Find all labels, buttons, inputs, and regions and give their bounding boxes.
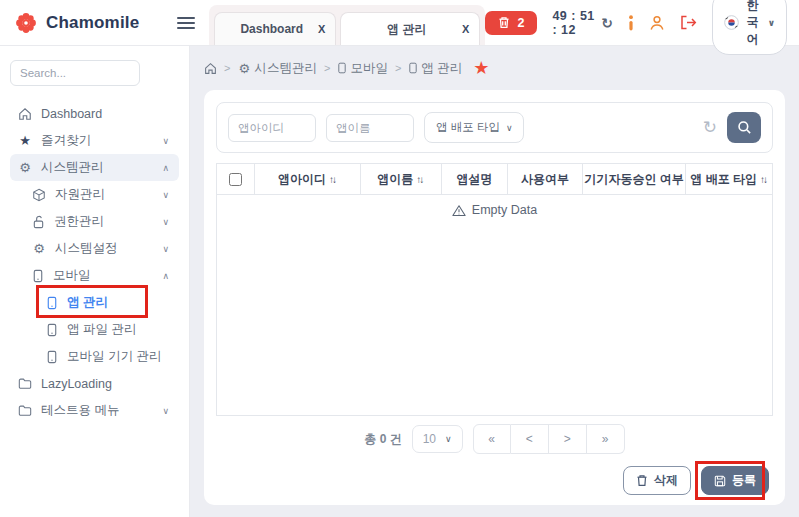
- breadcrumb-label: 시스템관리: [254, 60, 317, 77]
- sidebar-item-dashboard[interactable]: Dashboard: [10, 100, 179, 127]
- tab-close-icon[interactable]: X: [318, 23, 325, 35]
- tab-label: 앱 관리: [351, 21, 462, 38]
- breadcrumb-label: 모바일: [350, 60, 388, 77]
- register-label: 등록: [732, 472, 756, 489]
- prev-page-button[interactable]: <: [511, 424, 549, 454]
- select-all-cell: [217, 164, 255, 194]
- timer-refresh-icon[interactable]: ↻: [601, 15, 613, 31]
- sidebar-item-label: 자원관리: [55, 186, 105, 203]
- chamomile-flower-icon: [14, 11, 38, 35]
- sidebar-item-label: 테스트용 메뉴: [41, 402, 119, 419]
- tab-dashboard[interactable]: Dashboard X: [214, 12, 336, 45]
- breadcrumb-home-icon[interactable]: [204, 62, 217, 75]
- deploy-type-select[interactable]: 앱 배포 타입 ∨: [424, 112, 524, 143]
- breadcrumb-separator: >: [224, 62, 230, 74]
- breadcrumb-separator: >: [395, 62, 401, 74]
- brand-logo[interactable]: Chamomile: [14, 11, 139, 35]
- chevron-down-icon: ∨: [768, 18, 775, 28]
- sidebar-item-label: 모바일 기기 관리: [67, 348, 161, 365]
- sidebar-item-system-management[interactable]: ⚙ 시스템관리 ∧: [10, 154, 179, 181]
- column-device-auto-approval: 기기자동승인 여부: [583, 164, 686, 194]
- sidebar-item-label: LazyLoading: [41, 377, 112, 391]
- breadcrumb-system-management[interactable]: ⚙ 시스템관리: [237, 60, 317, 77]
- chevron-up-icon: ∧: [162, 163, 169, 173]
- empty-text: Empty Data: [472, 203, 537, 217]
- column-label: 사용여부: [521, 171, 569, 188]
- sidebar-item-resource-management[interactable]: 자원관리 ∨: [24, 181, 179, 208]
- sidebar-item-label: 시스템관리: [41, 159, 104, 176]
- table-header-row: 앱아이디 ↑↓ 앱이름 ↑↓ 앱설명 사용여부 기기자동승인 여부 앱 배포 타: [216, 163, 773, 195]
- sidebar-item-favorites[interactable]: ★ 즐겨찾기 ∨: [10, 127, 179, 154]
- column-label: 앱이름: [377, 171, 413, 188]
- select-all-checkbox[interactable]: [229, 173, 242, 186]
- warning-triangle-icon: [452, 204, 466, 217]
- mobile-phone-icon: [46, 350, 58, 364]
- sidebar-item-label: 앱 파일 관리: [67, 321, 136, 338]
- tab-app-management[interactable]: 앱 관리 X: [340, 12, 480, 45]
- sidebar-item-permission-management[interactable]: 권한관리 ∨: [24, 208, 179, 235]
- empty-state: Empty Data: [452, 203, 537, 217]
- sidebar-item-app-file-management[interactable]: 앱 파일 관리: [38, 316, 179, 343]
- sidebar-item-mobile[interactable]: 모바일 ∧: [24, 262, 179, 289]
- gear-icon: ⚙: [32, 241, 46, 256]
- user-profile-icon[interactable]: [649, 15, 665, 31]
- sidebar-item-system-settings[interactable]: ⚙ 시스템설정 ∨: [24, 235, 179, 262]
- sidebar-item-lazyloading[interactable]: LazyLoading: [10, 370, 179, 397]
- info-icon[interactable]: [628, 15, 634, 31]
- sidebar-item-test-menu[interactable]: 테스트용 메뉴 ∨: [10, 397, 179, 424]
- sidebar-toggle-hamburger-icon[interactable]: [177, 17, 195, 29]
- action-footer: 삭제 등록: [216, 466, 773, 495]
- breadcrumb-mobile[interactable]: 모바일: [337, 60, 388, 77]
- sidebar-item-label: 권한관리: [54, 213, 104, 230]
- column-label: 앱설명: [456, 171, 492, 188]
- language-selector[interactable]: 한국어 ∨: [712, 0, 787, 55]
- column-app-id[interactable]: 앱아이디 ↑↓: [255, 164, 361, 194]
- deploy-type-label: 앱 배포 타입: [436, 120, 500, 135]
- sidebar-item-mobile-device-management[interactable]: 모바일 기기 관리: [38, 343, 179, 370]
- column-label: 기기자동승인 여부: [585, 171, 684, 188]
- search-button[interactable]: [727, 112, 761, 143]
- brand-name: Chamomile: [46, 13, 139, 33]
- gear-icon: ⚙: [18, 160, 32, 175]
- column-deploy-type[interactable]: 앱 배포 타입 ↑↓: [686, 164, 772, 194]
- sort-icon[interactable]: ↑↓: [329, 174, 337, 185]
- breadcrumb-app-management[interactable]: 앱 관리: [408, 60, 462, 77]
- content-card: 앱 배포 타입 ∨ ↻ 앱아이디 ↑↓: [204, 90, 785, 505]
- mobile-phone-icon: [46, 296, 58, 310]
- last-page-button[interactable]: »: [587, 424, 625, 454]
- tab-label: Dashboard: [225, 22, 318, 36]
- star-icon: ★: [18, 133, 32, 148]
- chevron-down-icon: ∨: [162, 244, 169, 254]
- trash-count: 2: [517, 16, 524, 30]
- first-page-button[interactable]: «: [473, 424, 511, 454]
- mobile-phone-icon: [46, 323, 58, 337]
- app-name-filter-input[interactable]: [326, 114, 414, 142]
- next-page-button[interactable]: >: [549, 424, 587, 454]
- korea-flag-icon: [724, 15, 739, 30]
- reset-filters-icon[interactable]: ↻: [703, 117, 717, 138]
- column-app-name[interactable]: 앱이름 ↑↓: [361, 164, 442, 194]
- register-button[interactable]: 등록: [701, 466, 769, 495]
- breadcrumb-separator: >: [324, 62, 330, 74]
- filter-bar: 앱 배포 타입 ∨ ↻: [216, 102, 773, 153]
- sort-icon[interactable]: ↑↓: [416, 174, 424, 185]
- app-id-filter-input[interactable]: [228, 114, 316, 142]
- favorite-star-icon[interactable]: ★: [473, 57, 489, 79]
- table-body: Empty Data: [216, 195, 773, 416]
- chevron-down-icon: ∨: [162, 406, 169, 416]
- column-app-description: 앱설명: [442, 164, 508, 194]
- trash-count-badge[interactable]: 2: [485, 11, 537, 35]
- page-size-select[interactable]: 10 ∨: [412, 425, 463, 453]
- chevron-down-icon: ∨: [506, 123, 513, 133]
- sort-icon[interactable]: ↑↓: [760, 174, 768, 185]
- folder-icon: [18, 404, 32, 417]
- logout-icon[interactable]: [680, 15, 697, 30]
- trash-icon: [636, 474, 648, 487]
- sidebar-item-app-management[interactable]: 앱 관리: [38, 289, 179, 316]
- app-header: Chamomile Dashboard X 앱 관리 X 2 49 : 51 :…: [0, 0, 799, 46]
- trash-icon: [498, 16, 510, 29]
- sidebar-search-input[interactable]: [10, 60, 140, 86]
- delete-button[interactable]: 삭제: [623, 466, 691, 495]
- breadcrumb: > ⚙ 시스템관리 > 모바일 > 앱 관리 ★: [204, 56, 785, 80]
- tab-close-icon[interactable]: X: [462, 23, 469, 35]
